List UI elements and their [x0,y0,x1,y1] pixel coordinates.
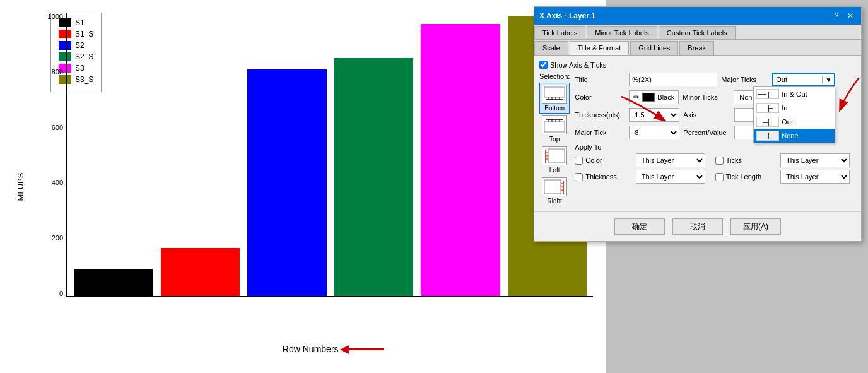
show-axis-text: Show Axis & Ticks [550,61,606,69]
dialog-close-button[interactable]: ✕ [845,10,856,21]
show-axis-row: Show Axis & Ticks [539,61,856,69]
bar-s1 [74,269,153,296]
dialog-title: X Axis - Layer 1 [539,11,595,20]
x-axis-label: Row Numbers [283,344,339,354]
major-ticks-dropdown-container: Out ▼ In & Out [772,73,835,86]
thickness-dropdown[interactable]: 1.5 1 2 [629,108,679,122]
out-label: Out [782,118,793,126]
apply-ticks-checkbox-label[interactable]: Ticks [715,157,777,165]
dialog-help-button[interactable]: ? [831,10,842,21]
dialog-titlebar: X Axis - Layer 1 ? ✕ [534,7,861,25]
left-icon [542,146,567,165]
dialog-buttons: 确定 取消 应用(A) [534,211,861,241]
tab-break[interactable]: Break [679,41,714,55]
in-out-label: In & Out [782,90,807,98]
apply-to-grid: Color This Layer Ticks This Layer [575,153,856,184]
apply-to-section: Apply To Color This Layer Tick [575,143,856,184]
axis-label: Axis [683,111,730,119]
ticks-option-in-out[interactable]: In & Out [754,87,835,101]
in-out-icon [756,89,779,99]
apply-color-checkbox-label[interactable]: Color [575,157,631,165]
apply-ticks-layer-dropdown[interactable]: This Layer [780,153,850,167]
thickness-label: Thickness(pts) [575,111,625,119]
tab-title-format[interactable]: Title & Format [570,41,630,55]
tabs-row2: Scale Title & Format Grid Lines Break [534,40,861,56]
selection-bottom[interactable]: Bottom [539,83,570,114]
bottom-icon [542,85,567,104]
color-field-label: Color [575,93,625,101]
svg-rect-13 [548,149,565,163]
tab-custom-tick-labels[interactable]: Custom Tick Labels [659,26,736,39]
ticks-option-none[interactable]: None [754,129,835,143]
major-ticks-dropdown[interactable]: Out ▼ [772,73,835,86]
ticks-option-in[interactable]: In [754,101,835,115]
y-tick-200: 200 [38,234,63,242]
tab-scale[interactable]: Scale [534,41,568,55]
dialog-content: Show Axis & Ticks Selection: Bottom [534,56,861,211]
tabs-row1: Tick Labels Minor Tick Labels Custom Tic… [534,25,861,40]
y-tick-1000: 1000 [38,13,63,20]
dialog-title-buttons: ? ✕ [831,10,856,21]
out-icon [756,117,779,127]
tab-minor-tick-labels[interactable]: Minor Tick Labels [587,26,657,39]
selection-top[interactable]: Top [539,114,570,145]
apply-tick-length-checkbox-label[interactable]: Tick Length [715,173,777,181]
apply-ticks-checkbox[interactable] [715,157,724,165]
apply-tick-length-checkbox[interactable] [715,173,724,181]
major-ticks-list: In & Out In Out [753,86,835,143]
right-label: Right [547,198,561,204]
y-tick-800: 800 [38,68,63,76]
svg-rect-7 [544,122,565,132]
apply-thickness-checkbox[interactable] [575,173,583,181]
minor-ticks-label: Minor Ticks [683,93,730,101]
major-ticks-value: Out [773,76,822,83]
pencil-icon: ✏ [633,93,640,102]
left-label: Left [549,167,560,174]
apply-color-text: Color [585,157,602,164]
apply-tick-length-layer-dropdown[interactable]: This Layer [780,170,850,184]
cancel-button[interactable]: 取消 [672,218,723,235]
selection-left[interactable]: Left [539,145,570,175]
apply-color-checkbox[interactable] [575,157,583,165]
top-icon [542,115,567,134]
selection-panel: Selection: Bottom Top [539,73,570,206]
ok-button[interactable]: 确定 [614,218,665,235]
in-icon [756,103,779,113]
apply-to-label: Apply To [575,143,856,151]
apply-thickness-layer-dropdown[interactable]: This Layer [636,170,705,184]
tab-grid-lines[interactable]: Grid Lines [630,41,678,55]
none-label: None [782,132,798,139]
y-tick-600: 600 [38,124,63,131]
dialog-x-axis: X Axis - Layer 1 ? ✕ Tick Labels Minor T… [534,6,862,242]
selection-label: Selection: [539,73,570,80]
color-swatch [642,93,655,102]
y-tick-0: 0 [38,290,63,297]
major-ticks-label: Major Ticks [721,76,768,83]
show-axis-checkbox-label[interactable]: Show Axis & Ticks [539,61,856,69]
bar-s2s [334,58,414,296]
right-panel: Title Major Ticks Out ▼ [575,73,856,206]
bar-s2 [247,69,327,296]
apply-button[interactable]: 应用(A) [730,218,781,235]
major-ticks-arrow[interactable]: ▼ [822,76,834,83]
title-row: Title Major Ticks Out ▼ [575,73,856,86]
apply-thickness-text: Thickness [585,173,617,181]
major-tick-dropdown[interactable]: 8 4 6 10 [629,126,679,139]
apply-color-layer-dropdown[interactable]: This Layer [636,153,705,167]
svg-rect-1 [544,87,565,97]
major-tick-label: Major Tick [575,129,625,136]
title-input[interactable] [629,73,717,86]
show-axis-checkbox[interactable] [539,61,548,69]
percent-value-label: Percent/Value [683,129,730,136]
svg-rect-18 [544,180,561,194]
bar-s3 [421,24,500,296]
title-field-label: Title [575,76,625,83]
main-section: Selection: Bottom Top [539,73,856,206]
ticks-option-out[interactable]: Out [754,115,835,129]
color-value-text: Black [657,93,674,101]
tab-tick-labels[interactable]: Tick Labels [534,26,585,39]
apply-ticks-text: Ticks [726,157,742,164]
selection-right[interactable]: Right [539,175,570,206]
apply-thickness-checkbox-label[interactable]: Thickness [575,173,631,181]
color-picker-button[interactable]: ✏ Black [629,90,679,104]
